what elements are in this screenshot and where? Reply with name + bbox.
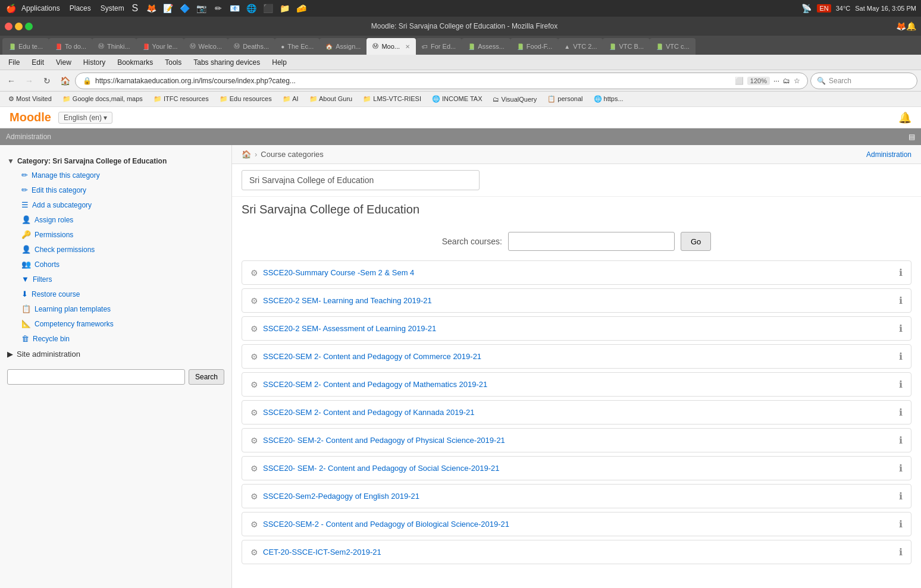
bookmark-personal[interactable]: 📋 personal <box>543 94 587 104</box>
category-arrow[interactable]: ▼ <box>7 157 14 165</box>
course-link-7[interactable]: SSCE20- SEM- 2- Content and Pedagogy of … <box>263 464 499 473</box>
refresh-button[interactable]: ↻ <box>39 73 55 89</box>
text-editor-icon[interactable]: ✏ <box>212 2 224 14</box>
admin-bar-toggle[interactable]: ▤ <box>909 133 915 141</box>
course-link-4[interactable]: SSCE20-SEM 2- Content and Pedagogy of Ma… <box>263 380 487 389</box>
tab-8-active[interactable]: Ⓜ Moo... ✕ <box>366 38 416 55</box>
bookmark-lms-vtc[interactable]: 📁 LMS-VTC-RIESI <box>358 94 426 104</box>
cheese-icon[interactable]: 🧀 <box>296 2 308 14</box>
tab-13[interactable]: 📗 VTC B... <box>603 38 650 55</box>
sidebar-link-filters[interactable]: ▼ Filters <box>7 272 224 287</box>
menu-help[interactable]: Help <box>267 57 292 68</box>
bookmark-ai[interactable]: 📁 AI <box>278 94 303 104</box>
forward-button[interactable]: → <box>21 73 37 89</box>
mail-icon[interactable]: 📧 <box>229 2 241 14</box>
back-button[interactable]: ← <box>4 73 19 89</box>
course-info-icon-0[interactable]: ℹ <box>899 267 903 278</box>
window-minimize[interactable] <box>15 23 23 30</box>
terminal-icon[interactable]: ⬛ <box>262 2 274 14</box>
course-link-2[interactable]: SSCE20-2 SEM- Assessment of Learning 201… <box>263 324 436 333</box>
sidebar-link-permissions[interactable]: 🔑 Permissions <box>7 227 224 242</box>
search-courses-input[interactable] <box>508 232 675 251</box>
language-selector[interactable]: English (en) ▾ <box>58 112 112 124</box>
url-pocket-icon[interactable]: 🗂 <box>783 77 790 85</box>
course-link-1[interactable]: SSCE20-2 SEM- Learning and Teaching 2019… <box>263 296 432 305</box>
libreoffice-icon[interactable]: 📝 <box>162 2 174 14</box>
course-info-icon-6[interactable]: ℹ <box>899 435 903 446</box>
sidebar-link-cohorts[interactable]: 👥 Cohorts <box>7 257 224 272</box>
bookmark-about-guru[interactable]: 📁 About Guru <box>305 94 358 104</box>
tab-11[interactable]: 📗 Food-F... <box>510 38 558 55</box>
course-info-icon-5[interactable]: ℹ <box>899 407 903 418</box>
tab-2[interactable]: Ⓜ Thinki... <box>92 38 136 55</box>
tab-14[interactable]: 📗 VTC c... <box>650 38 696 55</box>
course-link-5[interactable]: SSCE20-SEM 2- Content and Pedagogy of Ka… <box>263 408 475 417</box>
tab-6[interactable]: ● The Ec... <box>275 38 319 55</box>
menu-view[interactable]: View <box>51 57 76 68</box>
tab-4[interactable]: Ⓜ Welco... <box>184 38 228 55</box>
sidebar-link-edit[interactable]: ✏ Edit this category <box>7 183 224 197</box>
menu-edit[interactable]: Edit <box>27 57 49 68</box>
telegram-icon[interactable]: 📡 <box>800 2 812 14</box>
window-controls[interactable] <box>5 23 33 30</box>
bookmark-visual-query[interactable]: 🗂 VisualQuery <box>488 95 541 104</box>
menu-history[interactable]: History <box>79 57 110 68</box>
url-star-icon[interactable]: ☆ <box>794 77 800 85</box>
tab-3[interactable]: 📕 Your le... <box>136 38 184 55</box>
firefox-app-icon[interactable]: 🦊 <box>146 2 158 14</box>
sidebar-link-add-sub[interactable]: ☰ Add a subcategory <box>7 197 224 212</box>
tab-7[interactable]: 🏠 Assign... <box>319 38 366 55</box>
bookmark-most-visited[interactable]: ⚙ Most Visited <box>4 94 57 104</box>
tab-12[interactable]: ▲ VTC 2... <box>558 38 603 55</box>
site-admin-toggle[interactable]: ▶ Site administration <box>0 346 231 362</box>
course-info-icon-4[interactable]: ℹ <box>899 379 903 390</box>
menu-file[interactable]: File <box>4 57 24 68</box>
course-link-10[interactable]: CET-20-SSCE-ICT-Sem2-2019-21 <box>263 548 381 556</box>
course-info-icon-10[interactable]: ℹ <box>899 546 903 558</box>
sidebar-link-manage[interactable]: ✏ Manage this category <box>7 168 224 183</box>
sidebar-search-input[interactable] <box>7 369 185 385</box>
tab-10[interactable]: 📗 Assess... <box>462 38 510 55</box>
skype-icon[interactable]: S <box>129 2 141 14</box>
tab-5[interactable]: Ⓜ Deaths... <box>228 38 275 55</box>
url-bar[interactable]: 🔒 https://karnatakaeducation.org.in/lms/… <box>75 73 808 89</box>
course-info-icon-9[interactable]: ℹ <box>899 518 903 530</box>
window-maximize[interactable] <box>25 23 33 30</box>
tab-close-8[interactable]: ✕ <box>405 43 410 50</box>
sidebar-link-assign-roles[interactable]: 👤 Assign roles <box>7 212 224 227</box>
url-dots-icon[interactable]: ··· <box>773 77 779 85</box>
browser-search-box[interactable]: 🔍 Search <box>810 73 917 89</box>
tab-0[interactable]: 📗 Edu te... <box>2 38 49 55</box>
sidebar-search-button[interactable]: Search <box>189 369 224 385</box>
bookmark-itfc[interactable]: 📁 ITFC resources <box>149 94 214 104</box>
window-close[interactable] <box>5 23 12 30</box>
course-info-icon-3[interactable]: ℹ <box>899 351 903 362</box>
bookmark-income-tax[interactable]: 🌐 INCOME TAX <box>427 94 487 104</box>
go-button[interactable]: Go <box>681 232 711 251</box>
sidebar-link-learning-plan[interactable]: 📋 Learning plan templates <box>7 301 224 316</box>
sidebar-link-recycle[interactable]: 🗑 Recycle bin <box>7 331 224 346</box>
sidebar-link-check-permissions[interactable]: 👤 Check permissions <box>7 242 224 257</box>
tab-1[interactable]: 📕 To do... <box>49 38 92 55</box>
course-link-8[interactable]: SSCE20-Sem2-Pedagogy of English 2019-21 <box>263 492 419 501</box>
menu-tools[interactable]: Tools <box>160 57 186 68</box>
menu-bookmarks[interactable]: Bookmarks <box>112 57 158 68</box>
course-info-icon-2[interactable]: ℹ <box>899 323 903 334</box>
bookmark-edu[interactable]: 📁 Edu resources <box>215 94 277 104</box>
admin-page-link[interactable]: Administration <box>866 150 911 159</box>
sidebar-link-competency[interactable]: 📐 Competency frameworks <box>7 316 224 331</box>
tab-9[interactable]: 🏷 For Ed... <box>416 38 462 55</box>
sidebar-link-restore[interactable]: ⬇ Restore course <box>7 287 224 301</box>
bookmark-https[interactable]: 🌐 https... <box>589 94 628 104</box>
bell-icon[interactable]: 🔔 <box>898 111 911 124</box>
course-info-icon-1[interactable]: ℹ <box>899 295 903 306</box>
course-link-3[interactable]: SSCE20-SEM 2- Content and Pedagogy of Co… <box>263 352 481 361</box>
course-info-icon-7[interactable]: ℹ <box>899 463 903 474</box>
breadcrumb-home[interactable]: 🏠 <box>242 150 251 159</box>
chrome-icon[interactable]: 🌐 <box>246 2 258 14</box>
course-link-9[interactable]: SSCE20-SEM-2 - Content and Pedagogy of B… <box>263 520 509 529</box>
course-link-6[interactable]: SSCE20- SEM-2- Content and Pedagogy of P… <box>263 436 505 445</box>
os-app-icon-applications[interactable]: 🍎 <box>5 2 17 14</box>
menu-tabs-sharing[interactable]: Tabs sharing devices <box>189 57 265 68</box>
course-info-icon-8[interactable]: ℹ <box>899 490 903 502</box>
